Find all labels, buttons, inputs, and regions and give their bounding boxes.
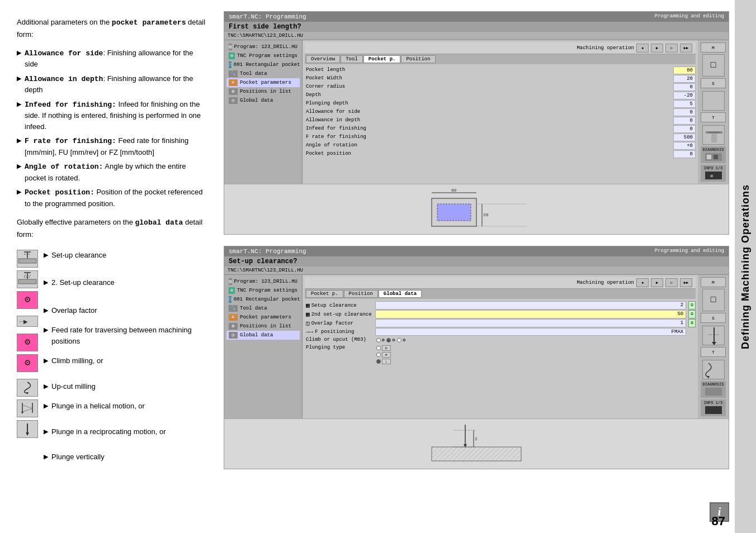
- nav-item-program[interactable]: ▤ Program: 123_DRILL.HU: [226, 42, 300, 51]
- field-label: Depth: [305, 92, 671, 99]
- nav-item-label: Pocket parameters: [240, 80, 291, 85]
- radio-climb: [376, 338, 381, 342]
- panel-bottom-image-area: 2: [224, 418, 729, 469]
- list-item: ▶ Plunge vertically: [44, 451, 207, 463]
- sidebar-btn-s[interactable]: S: [701, 78, 726, 88]
- sidebar-btn-m-b[interactable]: M: [701, 277, 726, 287]
- radio-option-helical[interactable]: ↻: [376, 345, 694, 351]
- tab-overview[interactable]: Overview: [306, 55, 340, 63]
- svg-text:≡: ≡: [710, 174, 713, 179]
- nav-item-tool-b[interactable]: 🔧 Tool data: [226, 304, 300, 313]
- machining-op-label: Machining operation: [577, 45, 634, 51]
- radio-option-vertical[interactable]: ↓: [376, 359, 694, 364]
- sidebar-btn-s-b[interactable]: S: [701, 313, 726, 323]
- tab-global-data[interactable]: Global data: [379, 290, 422, 298]
- pocket-diagram-top: 20 80: [420, 187, 532, 232]
- nav-item-settings-b[interactable]: ⚙ TNC Program settings: [226, 286, 300, 295]
- tab-position-b[interactable]: Position: [344, 290, 378, 298]
- info-block-bottom: INFO 1/3: [701, 399, 726, 416]
- tab-position[interactable]: Position: [401, 55, 435, 63]
- radio-option-upcut1[interactable]: ⚙: [386, 337, 395, 342]
- field-value-fpos[interactable]: FMAX: [375, 328, 687, 336]
- bullet-arrow-icon: ▶: [44, 401, 48, 411]
- nav-icon-tool-b: 🔧: [229, 305, 238, 312]
- bullet-arrow-icon: ▶: [17, 74, 21, 83]
- field-value[interactable]: 0: [673, 83, 696, 91]
- nav-item-tool[interactable]: 🔧 Tool data: [226, 69, 300, 78]
- panel-top-left-nav: ▤ Program: 123_DRILL.HU ⚙ TNC Program se…: [224, 40, 303, 184]
- nav-icon-pocket-params: ≡: [229, 79, 238, 86]
- field-value[interactable]: 0: [673, 117, 696, 125]
- list-item-text: Plunge vertically: [51, 451, 105, 463]
- radio-helical: [376, 346, 381, 350]
- list-item-text: Up-cut milling: [51, 381, 96, 392]
- field-label: 2nd set-up clearance: [311, 312, 372, 317]
- field-value-setup2[interactable]: 50: [375, 310, 687, 318]
- nav-item-positions-b[interactable]: ⊞ Positions in list: [226, 322, 300, 331]
- field-row-overlap: ◫ Overlap factor: [305, 319, 373, 327]
- field-value[interactable]: 0: [673, 125, 696, 133]
- op-button-2[interactable]: ▶: [651, 44, 663, 53]
- radio-option-upcut2[interactable]: ⚙: [397, 337, 405, 342]
- field-value[interactable]: 0: [673, 150, 696, 158]
- nav-icon-program-b: ▤: [229, 278, 232, 285]
- field-value[interactable]: 500: [673, 134, 696, 141]
- field-value[interactable]: +0: [673, 142, 696, 150]
- svg-rect-23: [437, 204, 471, 221]
- panel-top-subtitle: First side length?: [224, 22, 729, 32]
- svg-marker-15: [26, 432, 29, 436]
- field-label: Overlap factor: [311, 321, 354, 326]
- radio-upcut2: [397, 338, 401, 342]
- diagnosis-block-top: DIAGNOSIS: [701, 146, 726, 163]
- svg-text:···▶: ···▶: [19, 318, 28, 325]
- nav-item-pocket-params-b[interactable]: ≡ Pocket parameters: [226, 313, 300, 322]
- panel-bottom-subtitle: Set-up clearance?: [224, 256, 729, 266]
- sidebar-btn-t-b[interactable]: T: [701, 347, 726, 357]
- field-value-overlap[interactable]: 1: [375, 319, 687, 327]
- diagnosis-icon: [705, 153, 722, 161]
- diagnosis-icon-b: [705, 388, 722, 396]
- list-item: ▶ Set-up clearance: [44, 250, 207, 261]
- nav-item-global-b[interactable]: ◎ Global data: [226, 331, 300, 340]
- tab-pocket-p[interactable]: Pocket p.: [363, 55, 401, 63]
- field-label-climb: Climb or upcut (M03): [305, 336, 373, 344]
- field-value[interactable]: 20: [673, 75, 696, 83]
- nav-item-positions[interactable]: ⊞ Positions in list: [226, 87, 300, 96]
- tab-pocket-p-b[interactable]: Pocket p.: [306, 290, 343, 298]
- field-value[interactable]: 5: [673, 100, 696, 108]
- panel-top-title-bar: smarT.NC: Programming Programming and ed…: [224, 12, 729, 22]
- fpos-icon-small: →→: [306, 329, 313, 335]
- nav-item-global[interactable]: ◎ Global data: [226, 96, 300, 105]
- sidebar-graphic-t-b: [702, 360, 725, 379]
- op-button-3[interactable]: ▷: [665, 44, 678, 53]
- page-number: 87: [712, 514, 725, 529]
- op-button-4[interactable]: ▶▶: [680, 44, 692, 53]
- nav-item-program-b[interactable]: ▤ Program: 123_DRILL.HU: [226, 277, 300, 286]
- list-item-text: Feed rate for traversing between machini…: [51, 325, 207, 346]
- field-flag-empty: [688, 328, 696, 336]
- op-button-1[interactable]: ●: [636, 44, 649, 53]
- field-value[interactable]: -20: [673, 92, 696, 99]
- svg-rect-4: [18, 279, 36, 284]
- nav-item-label: 001 Rectangular pocket: [234, 62, 300, 68]
- field-value-setup[interactable]: 2: [375, 301, 687, 310]
- nav-item-settings[interactable]: ⚙ TNC Program settings: [226, 51, 300, 60]
- field-value[interactable]: 80: [673, 66, 696, 74]
- tab-tool[interactable]: Tool: [341, 55, 363, 63]
- field-label: Pocket length: [305, 66, 671, 74]
- nav-item-pocket-params[interactable]: ≡ Pocket parameters: [226, 78, 300, 87]
- op-button-b3[interactable]: ▷: [665, 278, 678, 287]
- sidebar-btn-t[interactable]: T: [701, 112, 726, 122]
- nav-item-pocket-b[interactable]: □ 001 Rectangular pocket: [226, 295, 300, 304]
- op-button-b2[interactable]: ▶: [651, 278, 663, 287]
- radio-option-reciprocating[interactable]: ⇌: [376, 352, 694, 358]
- op-button-b4[interactable]: ▶▶: [680, 278, 692, 287]
- op-button-b1[interactable]: ●: [636, 278, 649, 287]
- nav-item-pocket[interactable]: □ 001 Rectangular pocket: [226, 60, 300, 69]
- radio-reciprocating: [376, 353, 381, 357]
- field-value[interactable]: 0: [673, 108, 696, 116]
- sidebar-btn-m[interactable]: M: [701, 42, 726, 53]
- nav-item-label: Program: 123_DRILL.HU: [234, 44, 297, 50]
- bullet-arrow-icon: ▶: [44, 250, 48, 260]
- radio-option-climb[interactable]: ⚙: [376, 337, 385, 342]
